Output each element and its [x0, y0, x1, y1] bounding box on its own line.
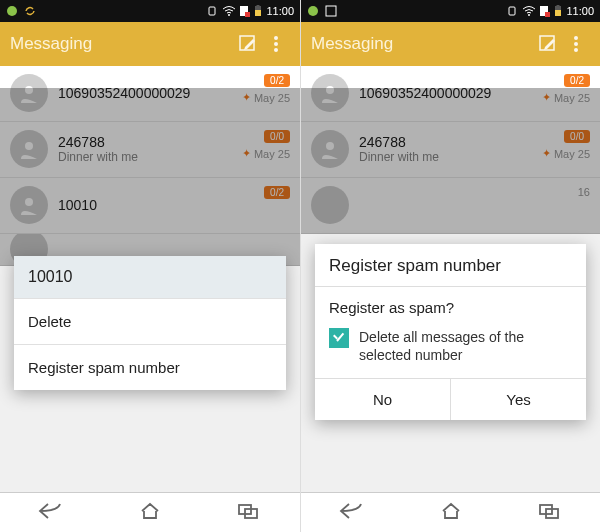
wifi-icon	[222, 5, 236, 17]
checkbox-label: Delete all messages of the selected numb…	[359, 328, 572, 364]
recents-button[interactable]	[537, 502, 563, 524]
back-button[interactable]	[38, 502, 64, 524]
home-button[interactable]	[139, 502, 161, 524]
sim-error-icon	[240, 5, 250, 17]
svg-point-28	[574, 42, 578, 46]
scrim[interactable]	[0, 88, 300, 266]
dialog-question: Register as spam?	[315, 287, 586, 324]
yes-button[interactable]: Yes	[450, 379, 586, 420]
svg-rect-19	[509, 7, 515, 15]
wifi-icon	[522, 5, 536, 17]
app-notif-icon	[307, 5, 319, 17]
app-notif-icon	[6, 5, 18, 17]
svg-point-10	[274, 42, 278, 46]
context-menu-header: 10010	[14, 256, 286, 298]
overflow-icon[interactable]	[562, 35, 590, 53]
svg-rect-4	[245, 12, 250, 17]
clock-text: 11:00	[566, 5, 594, 17]
scrim[interactable]	[301, 88, 600, 234]
recents-button[interactable]	[236, 502, 262, 524]
nav-bar	[0, 492, 300, 532]
context-menu-register-spam[interactable]: Register spam number	[14, 344, 286, 390]
compose-icon[interactable]	[234, 34, 262, 54]
svg-rect-24	[555, 10, 561, 16]
app-title: Messaging	[10, 34, 234, 54]
svg-point-17	[308, 6, 318, 16]
nav-bar	[301, 492, 600, 532]
back-button[interactable]	[339, 502, 365, 524]
dialog-button-bar: No Yes	[315, 378, 586, 420]
status-bar: 11:00	[0, 0, 300, 22]
context-menu: 10010 Delete Register spam number	[14, 256, 286, 390]
svg-rect-25	[557, 5, 560, 7]
overflow-icon[interactable]	[262, 35, 290, 53]
svg-point-0	[7, 6, 17, 16]
home-button[interactable]	[440, 502, 462, 524]
svg-point-29	[574, 48, 578, 52]
svg-rect-1	[209, 7, 215, 15]
status-bar: 11:00	[301, 0, 600, 22]
sync-icon	[24, 5, 36, 17]
vibrate-icon	[506, 5, 518, 17]
action-bar: Messaging	[301, 22, 600, 66]
vibrate-icon	[206, 5, 218, 17]
compose-icon[interactable]	[534, 34, 562, 54]
svg-rect-22	[545, 12, 550, 17]
checkbox-icon	[329, 328, 349, 348]
svg-point-27	[574, 36, 578, 40]
screenshot-icon	[325, 5, 337, 17]
unread-badge: 0/2	[264, 74, 290, 87]
svg-point-20	[528, 14, 530, 16]
svg-point-11	[274, 48, 278, 52]
no-button[interactable]: No	[315, 379, 450, 420]
spam-dialog: Register spam number Register as spam? D…	[315, 244, 586, 420]
sim-error-icon	[540, 5, 550, 17]
unread-badge: 0/2	[564, 74, 590, 87]
battery-icon	[254, 5, 262, 17]
phone-right: 11:00 Messaging 10690352400000029 0/2 ✦M…	[300, 0, 600, 532]
svg-rect-7	[257, 5, 260, 7]
clock-text: 11:00	[266, 5, 294, 17]
svg-point-9	[274, 36, 278, 40]
app-title: Messaging	[311, 34, 534, 54]
svg-point-2	[228, 14, 230, 16]
action-bar: Messaging	[0, 22, 300, 66]
svg-rect-18	[326, 6, 336, 16]
battery-icon	[554, 5, 562, 17]
phone-left: 11:00 Messaging 10690352400000029 0/2 ✦M…	[0, 0, 300, 532]
delete-messages-checkbox[interactable]: Delete all messages of the selected numb…	[315, 324, 586, 378]
dialog-title: Register spam number	[315, 244, 586, 286]
context-menu-delete[interactable]: Delete	[14, 298, 286, 344]
svg-rect-6	[255, 10, 261, 16]
